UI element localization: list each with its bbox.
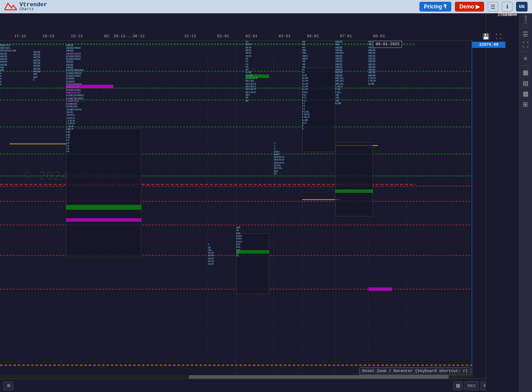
- toolbar-columns-button[interactable]: ▩: [520, 89, 531, 98]
- crosshair-button[interactable]: ⊕: [4, 381, 13, 390]
- mp-col-3112: JJKJKLJKLMJKLMJKLMJKLMJKLM: [208, 243, 231, 379]
- mp-magenta-bar-3: [368, 287, 392, 291]
- toolbar-lines-button[interactable]: ≡: [520, 54, 531, 63]
- mp-col-1712: ABEFPUJABCFGRJABCDEGHIJKMABCDEABCDEABCDE…: [0, 44, 28, 379]
- date-label-1712: 17-12: [14, 34, 26, 39]
- pricing-button[interactable]: Pricing ₹: [419, 2, 451, 12]
- mp-green-bar-2: [236, 250, 270, 254]
- mp-green-bar-1: [66, 205, 141, 210]
- live-label: Live: [524, 15, 528, 24]
- date-label-3112: 31-12: [184, 34, 196, 39]
- scroll-thumb[interactable]: [189, 375, 449, 379]
- mp-green-bar-3: [246, 74, 269, 78]
- logo-charts-label: Charts: [20, 8, 47, 12]
- toolbar-grid-button[interactable]: ▦: [520, 67, 531, 77]
- mp-col-1812: ABCDEABCDEABCDEABCDEABCDEABCDEABCDEABCDE…: [33, 51, 62, 379]
- toolbar-expand-button[interactable]: ⛶: [520, 40, 531, 50]
- grid-view-button[interactable]: ▦: [453, 381, 463, 390]
- mp-col-0301: JJJ,EGHJEGHJOEHJKLMOEHJKLMOEHJKLMOEJKLOE…: [274, 142, 293, 379]
- mp-green-bar-4: [335, 189, 373, 193]
- mp-col-0201: CGDEFGDEFGDEFGDEFGCEFGCDCDCOCOUOULGHULGH…: [246, 41, 269, 379]
- toolbar-separator-2: [521, 51, 530, 52]
- menu-icon-button[interactable]: ☰: [488, 2, 498, 12]
- mp-magenta-bar-1: [66, 85, 113, 88]
- info-button[interactable]: ℹ: [502, 2, 512, 12]
- price-axis: 💾 ⛶ 23976.00 23950 23912.00 23900 23880.…: [485, 13, 519, 392]
- logo-icon: [4, 2, 17, 12]
- toolbar-list-button[interactable]: ☰: [520, 29, 531, 39]
- toolbar-separator-3: [521, 65, 530, 66]
- current-price-line: [472, 41, 472, 379]
- rec-button[interactable]: REC: [465, 381, 479, 390]
- svg-marker-0: [4, 4, 17, 10]
- header-bar: Vtrender Charts Pricing ₹ Demo ▶ ☰ ℹ UG: [0, 0, 532, 13]
- toolbar-bars-button[interactable]: ▤: [520, 78, 531, 88]
- demo-button[interactable]: Demo ▶: [455, 2, 484, 12]
- date-label-6d: 6D: 20-12...30-12: [104, 34, 145, 39]
- chart-container[interactable]: 17-12 18-12 19-12 6D: 20-12...30-12 31-1…: [0, 13, 519, 392]
- mp-col-0701: ABCDEABCABCDEABCDEABCDEFABCDEABCDEABCDEA…: [335, 41, 364, 379]
- mp-col-0801: ABCDEABCDEABCDEABCDEABCDEABCDEABCDEABCDE…: [368, 41, 402, 379]
- chart-canvas[interactable]: © 2024 Vtrender 08-01-2025: [0, 41, 472, 379]
- date-label-0601: 06-01: [307, 34, 319, 39]
- scroll-bar[interactable]: [0, 375, 472, 379]
- mp-col-0601: ABABABABCABCABCCABCCABABABULULULMULGMULG…: [302, 41, 331, 379]
- save-chart-button[interactable]: 💾: [481, 31, 491, 41]
- header-right: Pricing ₹ Demo ▶ ☰ ℹ UG: [419, 2, 528, 12]
- expand-button[interactable]: ⛶: [493, 31, 504, 41]
- current-price-display: 23976.00: [472, 42, 505, 48]
- recenter-button[interactable]: Reset Zoom / Recenter (keyboard shortcut…: [359, 367, 471, 375]
- date-label-0201: 02-01: [246, 34, 258, 39]
- price-label-23456: 23456.00: [485, 13, 519, 17]
- main-chart-area: 17-12 18-12 19-12 6D: 20-12...30-12 31-1…: [0, 13, 532, 392]
- toolbar-heatmap-button[interactable]: ⊞: [520, 99, 531, 109]
- logo-area: Vtrender Charts: [4, 2, 47, 12]
- date-label-0301: 03-01: [278, 34, 290, 39]
- mp-col-1912: ABCDE ABCDEFPBCD ABCDE ABCDEIJKLM BCGDEP…: [66, 44, 132, 379]
- bottom-toolbar: ⊕ ▦ REC ⚙ ⛶: [0, 379, 505, 392]
- user-avatar-button[interactable]: UG: [516, 2, 528, 12]
- mp-magenta-bar-2: [66, 218, 141, 222]
- toolbar-separator-1: [521, 27, 530, 27]
- date-bar: 17-12 18-12 19-12 6D: 20-12...30-12 31-1…: [0, 32, 472, 41]
- date-label-0101: 01-01: [217, 34, 229, 39]
- date-label-0701: 07-01: [340, 34, 352, 39]
- date-tooltip: 08-01-2025: [373, 41, 402, 48]
- date-label-1912: 19-12: [71, 34, 83, 39]
- logo-text: Vtrender Charts: [20, 2, 47, 12]
- right-toolbar: Live ☰ ⛶ ≡ ▦ ▤ ▩ ⊞: [519, 13, 532, 392]
- date-label-1812: 18-12: [43, 34, 55, 39]
- svg-point-1: [7, 3, 9, 4]
- date-label-0801: 08-01: [373, 34, 385, 39]
- chart-top-icons: 💾 ⛶: [472, 32, 505, 41]
